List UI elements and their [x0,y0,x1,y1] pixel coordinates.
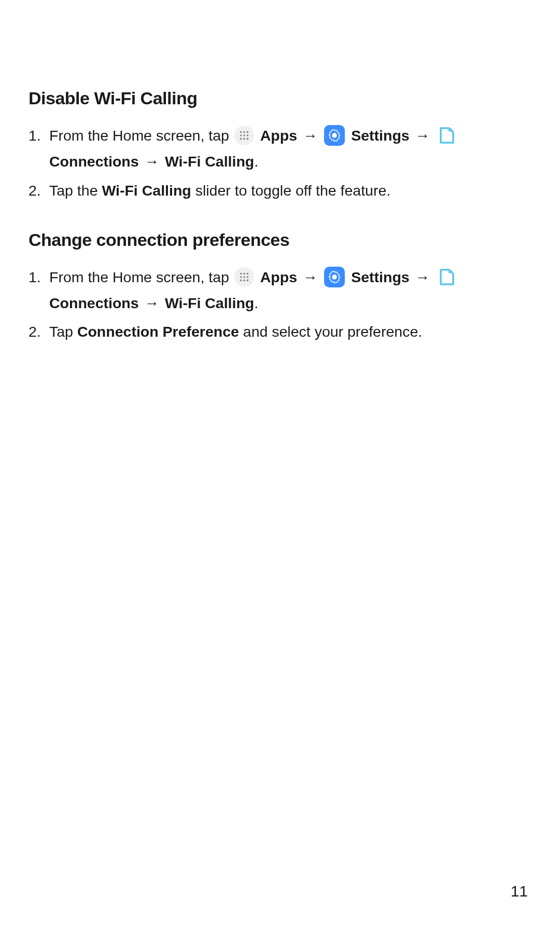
step-text: slider to toggle off the feature. [191,182,390,199]
arrow: → [414,269,436,285]
step-2-disable: Tap the Wi-Fi Calling slider to toggle o… [29,178,531,204]
step-1-disable: From the Home screen, tap Apps → [29,123,531,175]
svg-point-1 [243,131,245,133]
connections-label: Connections [49,295,139,311]
wifi-calling-label: Wi-Fi Calling [165,153,254,170]
svg-point-11 [243,273,245,275]
svg-point-12 [246,273,248,275]
svg-point-6 [240,138,242,140]
arrow: → [143,153,165,170]
section-heading-change: Change connection preferences [29,230,531,250]
svg-point-10 [240,273,242,275]
page-number: 11 [511,882,528,900]
svg-point-3 [240,135,242,137]
connections-label: Connections [49,153,139,170]
arrow: → [301,269,323,285]
step-2-change: Tap Connection Preference and select you… [29,319,531,345]
step-1-change: From the Home screen, tap Apps → [29,265,531,316]
wifi-calling-label: Wi-Fi Calling [165,295,254,311]
apps-label: Apps [260,269,297,285]
connections-icon [437,267,457,287]
settings-label: Settings [351,269,409,285]
svg-point-5 [246,135,248,137]
period: . [254,295,258,311]
apps-icon [234,267,254,287]
period: . [254,153,258,170]
arrow: → [143,295,165,311]
step-text: From the Home screen, tap [49,269,233,285]
step-text: From the Home screen, tap [49,127,233,144]
wifi-calling-bold: Wi-Fi Calling [102,182,191,199]
apps-label: Apps [260,127,297,144]
step-text: and select your preference. [239,323,422,340]
svg-point-16 [240,280,242,282]
svg-point-18 [246,280,248,282]
steps-list-disable: From the Home screen, tap Apps → [29,123,531,204]
svg-point-0 [240,131,242,133]
svg-point-14 [243,276,245,278]
arrow: → [414,127,436,144]
arrow: → [301,127,323,144]
svg-point-13 [240,276,242,278]
steps-list-change: From the Home screen, tap Apps → [29,265,531,346]
section-heading-disable: Disable Wi-Fi Calling [29,88,531,108]
connection-preference-bold: Connection Preference [77,323,239,340]
settings-label: Settings [351,127,409,144]
apps-icon [234,126,254,145]
svg-point-7 [243,138,245,140]
svg-point-15 [246,276,248,278]
step-text: Tap the [49,182,102,199]
svg-point-4 [243,135,245,137]
svg-point-17 [243,280,245,282]
connections-icon [437,125,457,146]
svg-point-19 [333,275,337,279]
svg-point-2 [246,131,248,133]
settings-gear-icon [324,267,345,287]
svg-point-8 [246,138,248,140]
step-text: Tap [49,323,77,340]
svg-point-9 [333,134,337,137]
settings-gear-icon [324,125,345,146]
